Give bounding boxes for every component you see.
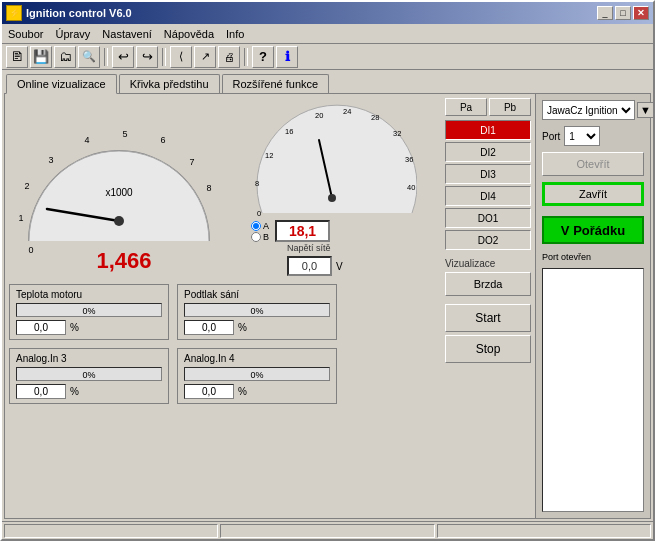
status-panel-1 bbox=[4, 524, 218, 538]
radio-a-label: A bbox=[263, 221, 269, 231]
svg-text:4: 4 bbox=[84, 135, 89, 145]
radio-b[interactable]: B bbox=[251, 232, 269, 242]
svg-text:32: 32 bbox=[393, 129, 401, 138]
viz-section: Vizualizace Brzda bbox=[445, 254, 531, 296]
svg-point-11 bbox=[114, 216, 124, 226]
analog4-box: Analog.In 4 0% 0,0 % bbox=[177, 348, 337, 404]
svg-text:24: 24 bbox=[343, 107, 351, 116]
minimize-button[interactable]: _ bbox=[597, 6, 613, 20]
menu-info[interactable]: Info bbox=[220, 26, 250, 42]
toolbar-sep1 bbox=[104, 48, 108, 66]
maximize-button[interactable]: □ bbox=[615, 6, 631, 20]
di4-button[interactable]: DI4 bbox=[445, 186, 531, 206]
svg-text:6: 6 bbox=[160, 135, 165, 145]
radio-b-label: B bbox=[263, 232, 269, 242]
ok-button[interactable]: V Pořádku bbox=[542, 216, 644, 244]
brzda-button[interactable]: Brzda bbox=[445, 272, 531, 296]
pb-button[interactable]: Pb bbox=[489, 98, 531, 116]
analog3-val: 0,0 bbox=[16, 384, 66, 399]
analog4-bar-label: 0% bbox=[185, 368, 329, 382]
podtlak-val: 0,0 bbox=[184, 320, 234, 335]
left-panel: 0 1 2 3 4 5 6 7 8 x1000 bbox=[5, 94, 441, 518]
ab-radio-group: A B bbox=[251, 221, 269, 242]
di1-button[interactable]: DI1 bbox=[445, 120, 531, 140]
stop-button[interactable]: Stop bbox=[445, 335, 531, 363]
volts-unit: V bbox=[336, 261, 343, 272]
device-select[interactable]: JawaCz Ignition bbox=[542, 100, 635, 120]
toolbar-forward[interactable]: ↗ bbox=[194, 46, 216, 68]
analog4-bar: 0% bbox=[184, 367, 330, 381]
menu-soubor[interactable]: Soubor bbox=[2, 26, 49, 42]
status-panel-2 bbox=[220, 524, 434, 538]
svg-text:36: 36 bbox=[405, 155, 413, 164]
svg-text:5: 5 bbox=[122, 129, 127, 139]
toolbar-save[interactable]: 💾 bbox=[30, 46, 52, 68]
svg-text:16: 16 bbox=[285, 127, 293, 136]
device-dropdown-arrow[interactable]: ▼ bbox=[637, 102, 654, 118]
toolbar-new[interactable]: 🖹 bbox=[6, 46, 28, 68]
analog3-unit: % bbox=[70, 386, 79, 397]
right-panel: Pa Pb DI1 DI2 DI3 DI4 DO1 DO2 Vizualizac… bbox=[441, 94, 535, 518]
svg-text:12: 12 bbox=[265, 151, 273, 160]
toolbar: 🖹 💾 🗂 🔍 ↩ ↪ ⟨ ↗ 🖨 ? ℹ bbox=[2, 44, 653, 70]
podtlak-bar: 0% bbox=[184, 303, 330, 317]
tab-krivka[interactable]: Křivka předstihu bbox=[119, 74, 220, 93]
status-bar bbox=[2, 521, 653, 539]
gauges-row: 0 1 2 3 4 5 6 7 8 x1000 bbox=[9, 98, 437, 276]
analog3-bar-label: 0% bbox=[17, 368, 161, 382]
do1-button[interactable]: DO1 bbox=[445, 208, 531, 228]
close-button[interactable]: Zavřít bbox=[542, 182, 644, 206]
toolbar-redo[interactable]: ↪ bbox=[136, 46, 158, 68]
do2-button[interactable]: DO2 bbox=[445, 230, 531, 250]
toolbar-undo[interactable]: ↩ bbox=[112, 46, 134, 68]
analog3-pct: 0,0 % bbox=[16, 384, 162, 399]
open-button[interactable]: Otevřít bbox=[542, 152, 644, 176]
title-buttons: _ □ ✕ bbox=[597, 6, 649, 20]
toolbar-open[interactable]: 🗂 bbox=[54, 46, 76, 68]
teplota-title: Teplota motoru bbox=[16, 289, 162, 300]
voltage-gauge-svg: 0 8 12 16 20 24 28 32 36 40 bbox=[247, 98, 417, 228]
napeti-label: Napětí sítě bbox=[247, 243, 437, 253]
menu-napoveda[interactable]: Nápověda bbox=[158, 26, 220, 42]
toolbar-sep3 bbox=[244, 48, 248, 66]
svg-text:0: 0 bbox=[28, 245, 33, 255]
svg-point-23 bbox=[328, 194, 336, 202]
analog3-title: Analog.In 3 bbox=[16, 353, 162, 364]
tab-rozsirene[interactable]: Rozšířené funkce bbox=[222, 74, 330, 93]
toolbar-sep2 bbox=[162, 48, 166, 66]
toolbar-help[interactable]: ? bbox=[252, 46, 274, 68]
svg-text:7: 7 bbox=[189, 157, 194, 167]
toolbar-info[interactable]: ℹ bbox=[276, 46, 298, 68]
port-row: Port 1 2 3 4 bbox=[542, 126, 644, 146]
rpm-gauge-container: 0 1 2 3 4 5 6 7 8 x1000 bbox=[9, 101, 239, 274]
pa-button[interactable]: Pa bbox=[445, 98, 487, 116]
tab-online[interactable]: Online vizualizace bbox=[6, 74, 117, 94]
svg-text:40: 40 bbox=[407, 183, 415, 192]
window-title: Ignition control V6.0 bbox=[26, 7, 132, 19]
di2-button[interactable]: DI2 bbox=[445, 142, 531, 162]
port-select[interactable]: 1 2 3 4 bbox=[564, 126, 600, 146]
analog4-pct: 0,0 % bbox=[184, 384, 330, 399]
toolbar-print[interactable]: 🖨 bbox=[218, 46, 240, 68]
svg-text:x1000: x1000 bbox=[105, 187, 133, 198]
radio-a[interactable]: A bbox=[251, 221, 269, 231]
pa-pb-row: Pa Pb bbox=[445, 98, 531, 116]
podtlak-box: Podtlak sání 0% 0,0 % bbox=[177, 284, 337, 340]
teplota-unit: % bbox=[70, 322, 79, 333]
log-label: Port otevřen bbox=[542, 252, 644, 262]
toolbar-back[interactable]: ⟨ bbox=[170, 46, 192, 68]
svg-text:8: 8 bbox=[206, 183, 211, 193]
menu-upravy[interactable]: Úpravy bbox=[49, 26, 96, 42]
title-bar-left: ⚡ Ignition control V6.0 bbox=[6, 5, 132, 21]
analog4-val: 0,0 bbox=[184, 384, 234, 399]
menu-nastaveni[interactable]: Nastavení bbox=[96, 26, 158, 42]
port-label: Port bbox=[542, 131, 560, 142]
analog3-box: Analog.In 3 0% 0,0 % bbox=[9, 348, 169, 404]
di3-button[interactable]: DI3 bbox=[445, 164, 531, 184]
teplota-box: Teplota motoru 0% 0,0 % bbox=[9, 284, 169, 340]
toolbar-search[interactable]: 🔍 bbox=[78, 46, 100, 68]
teplota-bar-label: 0% bbox=[17, 304, 161, 318]
svg-text:3: 3 bbox=[48, 155, 53, 165]
start-button[interactable]: Start bbox=[445, 304, 531, 332]
close-button[interactable]: ✕ bbox=[633, 6, 649, 20]
